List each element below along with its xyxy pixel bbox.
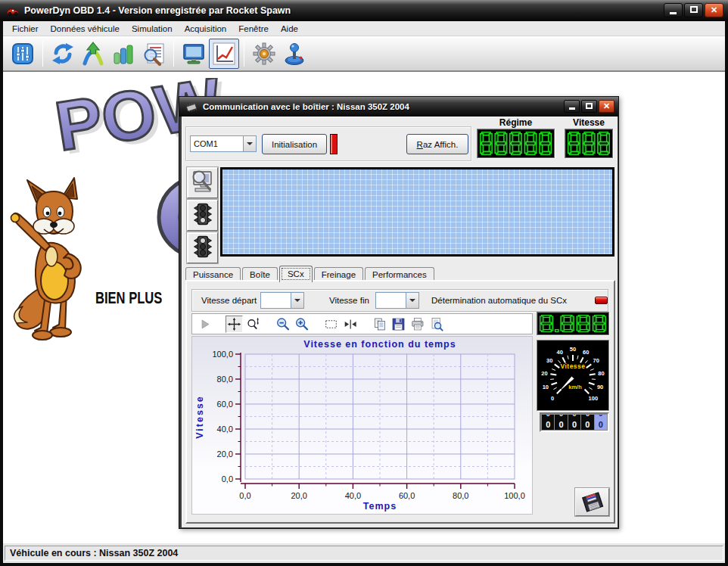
menu-item-fichier[interactable]: Fichier [6, 22, 45, 36]
refresh-icon[interactable] [48, 39, 78, 69]
gear-icon[interactable] [249, 39, 279, 69]
raz-affich-button[interactable]: Raz Affich. [406, 134, 468, 154]
svg-text:100: 100 [589, 395, 599, 402]
odometer-digit: 00 [595, 415, 607, 430]
speed-time-chart: 0,020,040,060,080,0100,00,020,040,060,08… [191, 336, 533, 515]
diagnostic-computer-icon [191, 169, 215, 197]
chart-fit-horizontal-icon[interactable] [341, 316, 359, 333]
svg-text:40,0: 40,0 [345, 491, 361, 500]
initialisation-button[interactable]: Initialisation [262, 134, 327, 154]
svg-text:0: 0 [551, 395, 554, 402]
dialog-title: Communication avec le boîtier : Nissan 3… [203, 102, 409, 111]
svg-text:20,0: 20,0 [291, 491, 306, 500]
scx-value-display [537, 312, 609, 335]
dialog-minimize-button[interactable] [564, 100, 580, 113]
vitesse-fin-label: Vitesse fin [329, 296, 369, 305]
svg-text:20,0: 20,0 [217, 449, 233, 459]
svg-text:30: 30 [546, 357, 552, 364]
svg-text:90: 90 [597, 384, 603, 390]
connection-status-indicator [330, 134, 338, 154]
traffic-light-bottom-icon [191, 202, 215, 229]
dialog-maximize-button[interactable] [581, 100, 597, 113]
com-port-dropdown-button[interactable] [243, 136, 256, 151]
fox-mascot [6, 176, 106, 344]
toolbar-separator [244, 41, 244, 67]
chart-zoom-dynamic-icon[interactable] [244, 316, 262, 333]
minimize-button[interactable] [664, 3, 683, 17]
vitesse-fin-select[interactable] [375, 292, 419, 309]
chart-zoom-in-icon[interactable] [293, 316, 310, 333]
line-chart-icon[interactable] [209, 39, 239, 69]
chart-preview-icon[interactable] [428, 316, 445, 333]
svg-text:40: 40 [557, 349, 563, 356]
bar-chart-icon[interactable] [108, 39, 138, 69]
menu-item-fen-tre[interactable]: Fenêtre [232, 22, 275, 36]
mdi-workspace: POW POW [3, 71, 725, 543]
odometer: 0000000000 [540, 412, 609, 432]
mixer-icon[interactable] [8, 39, 38, 69]
svg-text:10: 10 [543, 384, 549, 390]
chart-select-region-icon[interactable] [322, 316, 340, 333]
dialog-close-button[interactable]: ✕ [599, 100, 614, 113]
toolbar-separator [42, 41, 43, 67]
scx-controls-group: Vitesse départ Vitesse fin Détermination… [191, 289, 608, 312]
svg-text:40,0: 40,0 [217, 424, 233, 434]
chart-print-icon[interactable] [409, 316, 426, 333]
joystick-icon[interactable] [279, 39, 310, 69]
chart-zoom-out-icon[interactable] [274, 316, 291, 333]
menu-item-aide[interactable]: Aide [275, 22, 304, 36]
save-button[interactable] [575, 488, 609, 516]
svg-text:100,0: 100,0 [504, 491, 525, 500]
menu-item-donn-es-v-hicule[interactable]: Données véhicule [45, 22, 126, 36]
maximize-button[interactable] [684, 3, 703, 17]
svg-text:0,0: 0,0 [239, 491, 250, 500]
vitesse-label: Vitesse [565, 117, 613, 128]
svg-text:50: 50 [570, 346, 576, 353]
svg-text:80,0: 80,0 [217, 375, 233, 384]
chevron-down-icon [294, 299, 300, 302]
chart-play-icon[interactable] [196, 316, 213, 333]
svg-text:60: 60 [583, 349, 589, 356]
app-car-icon [6, 5, 20, 16]
svg-text:0,0: 0,0 [222, 474, 233, 484]
com-port-select[interactable]: COM1 [190, 135, 257, 152]
traffic-light-top-button[interactable] [187, 232, 218, 263]
chip-icon [185, 101, 198, 112]
odometer-digit: 00 [568, 415, 580, 430]
com-port-value: COM1 [191, 136, 243, 151]
main-titlebar[interactable]: PowerDyn OBD 1.4 - Version enregistrée p… [0, 0, 728, 21]
window-title: PowerDyn OBD 1.4 - Version enregistrée p… [24, 5, 291, 16]
svg-text:Vitesse en fonction du temps: Vitesse en fonction du temps [303, 339, 456, 350]
diagnostic-computer-button[interactable] [187, 167, 218, 198]
menubar: FichierDonnées véhiculeSimulationAcquisi… [3, 21, 725, 36]
monitor-icon[interactable] [179, 39, 209, 69]
dialog-titlebar[interactable]: Communication avec le boîtier : Nissan 3… [179, 97, 618, 117]
vitesse-fin-dropdown-button[interactable] [406, 293, 418, 308]
vitesse-depart-dropdown-button[interactable] [291, 293, 303, 308]
chart-copy-icon[interactable] [371, 316, 388, 333]
chart-move-icon[interactable] [226, 316, 243, 333]
vitesse-depart-select[interactable] [260, 292, 304, 309]
search-report-icon[interactable] [138, 39, 169, 69]
chevron-down-icon [409, 299, 415, 302]
svg-text:60,0: 60,0 [399, 491, 415, 500]
close-button[interactable]: ✕ [705, 3, 723, 17]
menu-item-acquisition[interactable]: Acquisition [179, 22, 233, 36]
chart-save-icon[interactable] [390, 316, 407, 333]
svg-text:70: 70 [593, 357, 599, 364]
svg-text:80: 80 [598, 370, 604, 377]
vitesse-depart-label: Vitesse départ [201, 296, 257, 305]
speedometer-gauge: 0102030405060708090100Vitessekm/h [537, 340, 609, 411]
toolbar-separator [173, 41, 174, 67]
vitesse-display [565, 129, 613, 158]
odometer-digit: 00 [555, 415, 567, 430]
tab-scx[interactable]: SCx [279, 266, 313, 282]
traffic-light-bottom-button[interactable] [187, 200, 218, 231]
main-window: PowerDyn OBD 1.4 - Version enregistrée p… [0, 0, 728, 566]
merge-arrows-icon[interactable] [78, 39, 108, 69]
svg-text:80,0: 80,0 [453, 491, 468, 500]
menu-item-simulation[interactable]: Simulation [126, 22, 179, 36]
main-toolbar [3, 36, 725, 71]
status-text: Véhicule en cours : Nissan 350Z 2004 [5, 546, 723, 561]
communication-dialog: Communication avec le boîtier : Nissan 3… [179, 96, 619, 529]
